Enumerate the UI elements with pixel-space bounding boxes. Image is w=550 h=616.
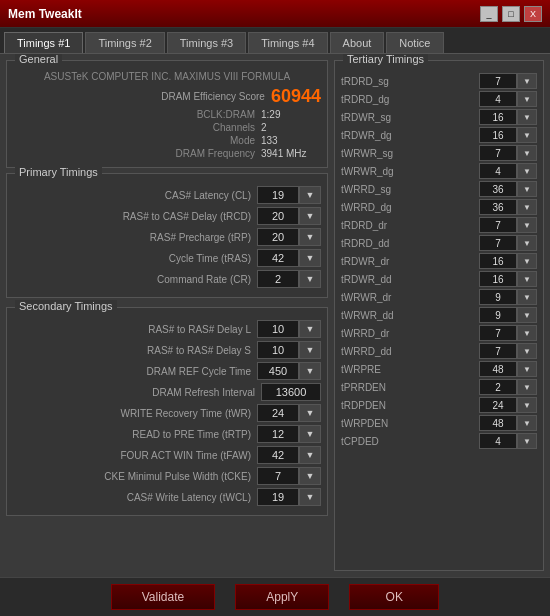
primary-rows: CAS# Latency (CL) ▼ RAS# to CAS# Delay (… — [13, 186, 321, 288]
validate-button[interactable]: Validate — [111, 584, 215, 610]
twrwr-dr-input[interactable] — [479, 289, 517, 305]
twrpre-input[interactable] — [479, 361, 517, 377]
tert-trdwr-dd: tRDWR_dd ▼ — [341, 271, 537, 287]
tprrden-input[interactable] — [479, 379, 517, 395]
trp-input[interactable] — [257, 228, 299, 246]
twrwr-sg-select[interactable]: ▼ — [517, 145, 537, 161]
trdwr-dr-select[interactable]: ▼ — [517, 253, 537, 269]
twrrd-dr-input[interactable] — [479, 325, 517, 341]
trdrd-dd-select[interactable]: ▼ — [517, 235, 537, 251]
trdwr-dd-input[interactable] — [479, 271, 517, 287]
secondary-rows: RAS# to RAS# Delay L ▼ RAS# to RAS# Dela… — [13, 320, 321, 506]
tertiary-timings-group: Tertiary Timings tRDRD_sg ▼ tRDRD_dg ▼ t… — [334, 60, 544, 571]
twr-select[interactable]: ▼ — [299, 404, 321, 422]
timing-row-trp: RAS# Precharge (tRP) ▼ — [13, 228, 321, 246]
dram-score-label: DRAM Efficiency Score — [161, 91, 265, 102]
twrwr-dd-select[interactable]: ▼ — [517, 307, 537, 323]
bottom-bar: Validate ApplY OK — [0, 577, 550, 616]
tab-notice[interactable]: Notice — [386, 32, 443, 53]
secondary-row-rasl: RAS# to RAS# Delay L ▼ — [13, 320, 321, 338]
tab-timings2[interactable]: Timings #2 — [85, 32, 164, 53]
minimize-button[interactable]: _ — [480, 6, 498, 22]
cl-input[interactable] — [257, 186, 299, 204]
rass-input[interactable] — [257, 341, 299, 359]
trdrd-sg-select[interactable]: ▼ — [517, 73, 537, 89]
tab-timings3[interactable]: Timings #3 — [167, 32, 246, 53]
twrrd-sg-input[interactable] — [479, 181, 517, 197]
cr-input[interactable] — [257, 270, 299, 288]
trdwr-dg-select[interactable]: ▼ — [517, 127, 537, 143]
tcke-label: CKE Minimul Pulse Width (tCKE) — [13, 471, 257, 482]
trcd-input[interactable] — [257, 207, 299, 225]
trdwr-sg-select[interactable]: ▼ — [517, 109, 537, 125]
tras-input[interactable] — [257, 249, 299, 267]
refi-input[interactable] — [261, 383, 321, 401]
twrwr-dg-input[interactable] — [479, 163, 517, 179]
tcpded-input[interactable] — [479, 433, 517, 449]
twrrd-dd-select[interactable]: ▼ — [517, 343, 537, 359]
twrrd-dd-input[interactable] — [479, 343, 517, 359]
close-button[interactable]: X — [524, 6, 542, 22]
twcl-select[interactable]: ▼ — [299, 488, 321, 506]
tert-twrrd-dg: tWRRD_dg ▼ — [341, 199, 537, 215]
mode-label: Mode — [230, 135, 255, 146]
twrrd-sg-select[interactable]: ▼ — [517, 181, 537, 197]
twr-input[interactable] — [257, 404, 299, 422]
rasl-select[interactable]: ▼ — [299, 320, 321, 338]
tprrden-select[interactable]: ▼ — [517, 379, 537, 395]
trdwr-sg-input[interactable] — [479, 109, 517, 125]
cl-select[interactable]: ▼ — [299, 186, 321, 204]
rass-select[interactable]: ▼ — [299, 341, 321, 359]
trdpden-input[interactable] — [479, 397, 517, 413]
twrrd-dg-select[interactable]: ▼ — [517, 199, 537, 215]
apply-button[interactable]: ApplY — [235, 584, 329, 610]
maximize-button[interactable]: □ — [502, 6, 520, 22]
tab-timings1[interactable]: Timings #1 — [4, 32, 83, 53]
trtp-input[interactable] — [257, 425, 299, 443]
twcl-input[interactable] — [257, 488, 299, 506]
tab-bar: Timings #1 Timings #2 Timings #3 Timings… — [0, 28, 550, 54]
cr-select[interactable]: ▼ — [299, 270, 321, 288]
tab-about[interactable]: About — [330, 32, 385, 53]
tert-trdwr-sg: tRDWR_sg ▼ — [341, 109, 537, 125]
twrwr-dr-select[interactable]: ▼ — [517, 289, 537, 305]
channels-row: Channels 2 — [13, 122, 321, 133]
trdrd-dr-input[interactable] — [479, 217, 517, 233]
twrwr-dg-select[interactable]: ▼ — [517, 163, 537, 179]
tras-select[interactable]: ▼ — [299, 249, 321, 267]
twrpden-input[interactable] — [479, 415, 517, 431]
twrpden-select[interactable]: ▼ — [517, 415, 537, 431]
secondary-row-twcl: CAS# Write Latency (tWCL) ▼ — [13, 488, 321, 506]
tcke-input[interactable] — [257, 467, 299, 485]
trdpden-select[interactable]: ▼ — [517, 397, 537, 413]
trdrd-dd-input[interactable] — [479, 235, 517, 251]
twrwr-dd-input[interactable] — [479, 307, 517, 323]
tfaw-input[interactable] — [257, 446, 299, 464]
trcd-select[interactable]: ▼ — [299, 207, 321, 225]
ok-button[interactable]: OK — [349, 584, 439, 610]
twrpre-select[interactable]: ▼ — [517, 361, 537, 377]
trp-select[interactable]: ▼ — [299, 228, 321, 246]
trdwr-dg-input[interactable] — [479, 127, 517, 143]
tab-timings4[interactable]: Timings #4 — [248, 32, 327, 53]
tcpded-select[interactable]: ▼ — [517, 433, 537, 449]
twrrd-dg-input[interactable] — [479, 199, 517, 215]
ref-select[interactable]: ▼ — [299, 362, 321, 380]
tert-twrrd-sg: tWRRD_sg ▼ — [341, 181, 537, 197]
tertiary-title: Tertiary Timings — [343, 54, 428, 65]
tfaw-select[interactable]: ▼ — [299, 446, 321, 464]
rasl-input[interactable] — [257, 320, 299, 338]
trdrd-dg-select[interactable]: ▼ — [517, 91, 537, 107]
twrwr-sg-input[interactable] — [479, 145, 517, 161]
ref-input[interactable] — [257, 362, 299, 380]
left-panel: General ASUSTeK COMPUTER INC. MAXIMUS VI… — [6, 60, 328, 571]
trdwr-dr-input[interactable] — [479, 253, 517, 269]
tcke-select[interactable]: ▼ — [299, 467, 321, 485]
trdrd-dr-select[interactable]: ▼ — [517, 217, 537, 233]
trdwr-dd-select[interactable]: ▼ — [517, 271, 537, 287]
tert-twrpden: tWRPDEN ▼ — [341, 415, 537, 431]
twrrd-dr-select[interactable]: ▼ — [517, 325, 537, 341]
trdrd-dg-input[interactable] — [479, 91, 517, 107]
trdrd-sg-input[interactable] — [479, 73, 517, 89]
trtp-select[interactable]: ▼ — [299, 425, 321, 443]
